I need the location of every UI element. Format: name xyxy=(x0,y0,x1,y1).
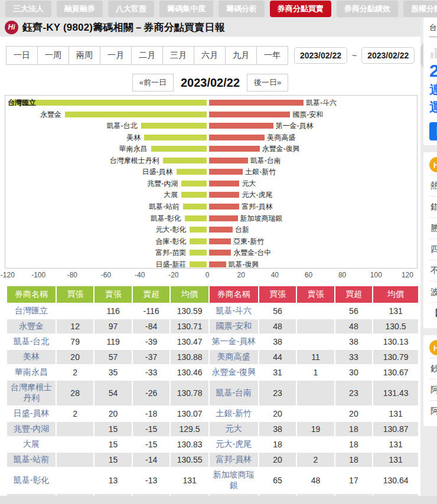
broker-name-cell[interactable]: 大展 xyxy=(7,437,56,451)
broker-name-cell[interactable]: 國票-安和 xyxy=(210,319,258,333)
value-cell: 15 xyxy=(94,422,131,436)
broker-name-cell[interactable]: 新加坡商瑞銀 xyxy=(210,468,258,493)
period-tab[interactable]: 六月 xyxy=(194,47,226,64)
sidebar-list-item[interactable]: 【 xyxy=(429,302,437,323)
buy-bar-label: 富邦-員林 xyxy=(242,203,272,210)
buy-bar xyxy=(209,261,226,267)
value-cell: 116 xyxy=(94,304,131,318)
nav-item[interactable]: 籌碼分析 xyxy=(218,1,265,17)
nav-item[interactable]: 融資融券 xyxy=(57,1,103,17)
buy-bar xyxy=(209,146,260,152)
prev-day-button[interactable]: «前一日 xyxy=(132,74,174,91)
broker-name-cell[interactable]: 元大 xyxy=(210,422,258,436)
broker-name-cell[interactable]: 土銀-新竹 xyxy=(210,407,258,421)
column-header: 券商名稱 xyxy=(210,286,258,303)
column-header: 均價 xyxy=(171,286,208,303)
sidebar-list-item[interactable]: 阿 xyxy=(429,379,437,400)
buy-bar-label: 凱基-斗六 xyxy=(306,99,337,106)
value-cell: 130.55 xyxy=(171,453,208,467)
value-cell: 48 xyxy=(259,319,296,333)
value-cell: 129.5 xyxy=(171,422,208,436)
mini-chart-icon xyxy=(431,43,437,58)
sidebar-list-item[interactable]: 阿 xyxy=(429,400,437,421)
broker-name-cell[interactable]: 凱基-台南 xyxy=(210,381,258,405)
next-day-button[interactable]: 後一日» xyxy=(247,74,288,91)
value-cell: 12 xyxy=(57,319,93,333)
period-tab[interactable]: 一日 xyxy=(6,47,38,64)
sidebar-list-item[interactable]: 錯 xyxy=(429,196,437,217)
sidebar-list-item[interactable]: 勝 xyxy=(429,217,437,238)
broker-name-cell[interactable]: 凱基-斗六 xyxy=(210,304,258,318)
broker-name-cell[interactable]: 台灣匯立 xyxy=(7,304,56,318)
broker-name-cell[interactable]: 美商高盛 xyxy=(210,350,258,364)
broker-name-cell[interactable]: 凱基-彰化 xyxy=(7,468,56,493)
sidebar-headline[interactable]: 連運 xyxy=(429,81,437,116)
sidebar-list-item[interactable]: 不 xyxy=(429,260,437,281)
value-cell xyxy=(57,437,93,451)
period-tab[interactable]: 一年 xyxy=(257,47,288,64)
value-cell: 15 xyxy=(94,437,131,451)
nav-item[interactable]: 三大法人 xyxy=(5,1,51,17)
period-tab[interactable]: 九月 xyxy=(226,47,257,64)
value-cell: 130.59 xyxy=(171,304,208,318)
broker-name-cell[interactable]: 兆豐-內湖 xyxy=(7,422,56,436)
value-cell: 38 xyxy=(335,335,372,349)
market-card: 台灣 2 連運 開 xyxy=(423,18,437,145)
broker-name-cell[interactable]: 元大-虎尾 xyxy=(210,437,258,451)
broker-name-cell[interactable]: 美林 xyxy=(7,350,56,364)
sidebar-list-item[interactable]: 熱 xyxy=(429,175,437,196)
date-to-input[interactable] xyxy=(361,47,415,64)
axis-tick-label: 120 xyxy=(402,271,413,279)
broker-name-cell[interactable]: 永豐金 xyxy=(7,319,56,333)
value-cell xyxy=(57,422,93,436)
date-from-input[interactable] xyxy=(294,47,347,64)
period-tab[interactable]: 一月 xyxy=(100,47,132,64)
sell-bar xyxy=(181,181,207,186)
sell-bar xyxy=(151,146,207,152)
sidebar-headline-line[interactable]: 運 xyxy=(429,99,437,116)
broker-name-cell[interactable]: 凱基-台北 xyxy=(7,335,56,349)
sidebar-list-item[interactable]: 鈔 xyxy=(429,358,437,379)
value-cell: -15 xyxy=(133,437,169,451)
value-cell: 2 xyxy=(57,365,93,379)
sidebar-headline-line[interactable]: 連 xyxy=(429,81,437,99)
value-cell: 38 xyxy=(259,422,296,436)
value-cell: 54 xyxy=(94,381,131,405)
sidebar-list-item[interactable]: 四 xyxy=(429,238,437,260)
table-row: 凱基-站前15-14130.55富邦-員林20218131 xyxy=(7,453,418,467)
nav-item[interactable]: 籌碼集中度 xyxy=(159,1,213,17)
period-tab[interactable]: 一周 xyxy=(38,47,69,64)
period-tab[interactable]: 三月 xyxy=(163,47,194,64)
open-button[interactable]: 開 xyxy=(429,122,437,140)
broker-name-cell[interactable]: 日盛-員林 xyxy=(7,407,56,421)
hi-logo-icon: Hi xyxy=(428,339,437,356)
broker-name-cell[interactable]: 永豐金-復興 xyxy=(210,365,258,379)
value-cell: 130.79 xyxy=(373,350,418,364)
broker-table: 券商名稱買張賣張賣超均價券商名稱買張賣張買超均價 台灣匯立116-116130.… xyxy=(6,285,419,504)
period-tab[interactable]: 二月 xyxy=(132,47,163,64)
broker-name-cell[interactable]: 富邦-員林 xyxy=(210,453,258,467)
sidebar-list-item[interactable]: 波 xyxy=(429,281,437,302)
broker-name-cell[interactable]: 台灣摩根士丹利 xyxy=(7,381,56,405)
broker-name-cell[interactable]: 第一金-員林 xyxy=(210,335,258,349)
broker-name-cell[interactable]: 凱基-站前 xyxy=(7,453,56,467)
value-cell: 23 xyxy=(335,381,372,405)
broker-name-cell[interactable]: 華南永昌 xyxy=(7,365,56,379)
date-navigation: «前一日 2023/02/22 後一日» xyxy=(0,74,420,91)
buy-bar-label: 永豐金-復興 xyxy=(262,145,300,152)
footer-strip xyxy=(0,496,437,504)
nav-item[interactable]: 券商分點績效 xyxy=(337,1,398,17)
sidebar-card: Hi鈔阿阿 xyxy=(423,335,437,426)
value-cell: 130.5 xyxy=(373,319,418,333)
top-nav: 三大法人融資融券八大官股籌碼集中度籌碼分析券商分點買賣券商分點績效股權分散表 xyxy=(0,0,424,18)
buy-bar xyxy=(209,204,239,210)
value-cell: 48 xyxy=(297,468,334,493)
column-header: 券商名稱 xyxy=(7,286,56,303)
nav-item[interactable]: 股權分散表 xyxy=(403,1,437,17)
period-tab[interactable]: 兩周 xyxy=(69,47,100,64)
value-cell: -14 xyxy=(133,453,169,467)
axis-tick-label: 0 xyxy=(206,271,210,279)
nav-item[interactable]: 券商分點買賣 xyxy=(270,1,331,17)
sell-bar-label: 日盛-員林 xyxy=(142,168,173,175)
nav-item[interactable]: 八大官股 xyxy=(108,1,154,17)
